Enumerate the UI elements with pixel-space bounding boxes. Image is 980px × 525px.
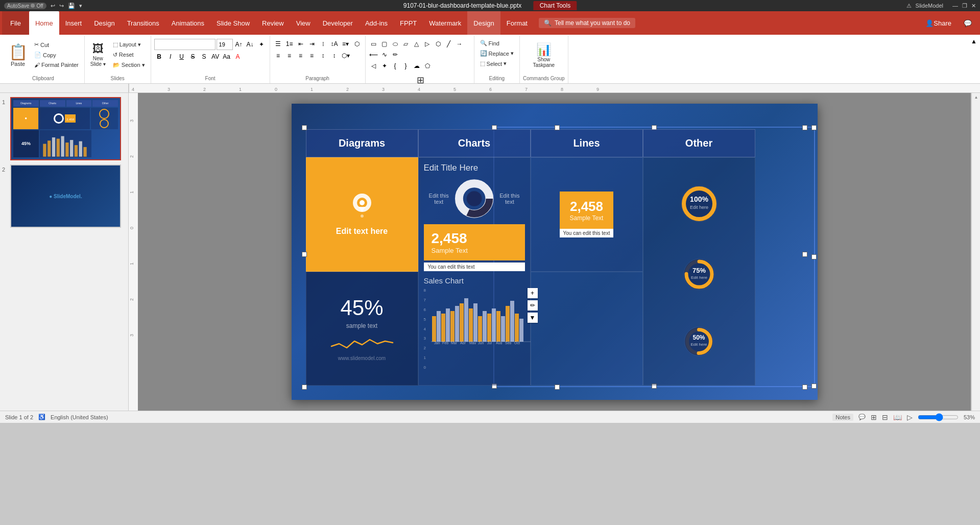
customize-icon[interactable]: ▾ bbox=[79, 3, 82, 9]
charts-stat-box[interactable]: 2,458 Sample Text bbox=[424, 224, 525, 260]
handle-br[interactable] bbox=[811, 384, 817, 389]
charts-cell[interactable]: Edit Title Here Edit this text Edit this… bbox=[418, 157, 531, 386]
accessibility-icon[interactable]: ♿ bbox=[38, 414, 45, 420]
menu-transitions[interactable]: Transitions bbox=[121, 11, 165, 35]
text-shadow-btn[interactable]: ✦ bbox=[256, 39, 267, 50]
paste-btn[interactable]: 📋 Paste bbox=[5, 37, 31, 73]
lines-bottom-cell[interactable] bbox=[531, 272, 643, 386]
copy-btn[interactable]: 📄 Copy bbox=[32, 51, 81, 59]
shape2-btn[interactable]: △ bbox=[412, 39, 422, 49]
menu-slideshow[interactable]: Slide Show bbox=[210, 11, 256, 35]
text-direction-btn[interactable]: ↕A bbox=[329, 39, 340, 49]
shape9-btn[interactable]: ☁ bbox=[412, 61, 422, 71]
new-slide-btn[interactable]: 🖼 New Slide ▾ bbox=[88, 41, 108, 68]
section-btn[interactable]: 📂 Section ▾ bbox=[110, 61, 148, 69]
reading-view-btn[interactable]: 📖 bbox=[893, 413, 902, 421]
text-shadow2-btn[interactable]: S bbox=[199, 52, 209, 62]
increase-indent-btn[interactable]: ⇥ bbox=[307, 39, 317, 49]
notes-btn[interactable]: Notes bbox=[832, 414, 853, 421]
shape4-btn[interactable]: ⬡ bbox=[433, 39, 443, 49]
minimize-btn[interactable]: — bbox=[952, 3, 958, 9]
comments-btn[interactable]: 💬 bbox=[958, 11, 978, 35]
select-btn[interactable]: ⬚ Select ▾ bbox=[477, 59, 516, 68]
slide-thumb-1[interactable]: Diagrams Charts Lines Other ● 2,458 bbox=[10, 97, 121, 160]
font-decrease-btn[interactable]: A↓ bbox=[245, 39, 255, 50]
outer-handle-tm[interactable] bbox=[555, 125, 560, 130]
shape8-btn[interactable]: } bbox=[401, 61, 411, 71]
rect-btn[interactable]: ▭ bbox=[369, 39, 379, 49]
numbering-btn[interactable]: 1≡ bbox=[284, 39, 295, 49]
align-right-btn[interactable]: ≡ bbox=[296, 51, 306, 61]
comments-view-btn[interactable]: 💬 bbox=[858, 414, 866, 420]
menu-watermark[interactable]: Watermark bbox=[423, 11, 467, 35]
cols-btn[interactable]: ⫶ bbox=[318, 39, 328, 49]
italic-btn[interactable]: I bbox=[165, 52, 176, 62]
menu-review[interactable]: Review bbox=[256, 11, 290, 35]
zoom-level[interactable]: 53% bbox=[964, 414, 975, 420]
change-case-btn[interactable]: Aa bbox=[222, 52, 232, 62]
font-name-input[interactable] bbox=[154, 39, 216, 50]
outer-handle-tr[interactable] bbox=[802, 125, 807, 130]
shape7-btn[interactable]: { bbox=[390, 61, 400, 71]
align-left-btn[interactable]: ≡ bbox=[273, 51, 283, 61]
menu-file[interactable]: File bbox=[2, 11, 29, 35]
ribbon-collapse-btn[interactable]: ▲ bbox=[970, 36, 978, 83]
menu-animations[interactable]: Animations bbox=[165, 11, 210, 35]
outer-handle-mr[interactable] bbox=[802, 252, 807, 257]
curve-btn[interactable]: ∿ bbox=[379, 50, 390, 60]
menu-fppt[interactable]: FPPT bbox=[394, 11, 423, 35]
shape1-btn[interactable]: ▱ bbox=[401, 39, 411, 49]
menu-design[interactable]: Design bbox=[88, 11, 121, 35]
format-painter-btn[interactable]: 🖌 Format Painter bbox=[32, 61, 81, 69]
normal-view-btn[interactable]: ⊞ bbox=[871, 413, 877, 421]
menu-view[interactable]: View bbox=[290, 11, 317, 35]
zoom-slider[interactable] bbox=[918, 413, 959, 421]
outer-handle-br[interactable] bbox=[802, 385, 807, 390]
share-btn[interactable]: 👤 Share bbox=[919, 11, 958, 35]
slide-canvas[interactable]: Diagrams Charts Lines Other bbox=[292, 104, 818, 400]
font-size-input[interactable] bbox=[217, 39, 233, 50]
align-center-btn[interactable]: ≡ bbox=[284, 51, 295, 61]
font-increase-btn[interactable]: A↑ bbox=[234, 39, 244, 50]
chart-filter-btn[interactable]: ▼ bbox=[528, 313, 538, 323]
slide-thumb-2[interactable]: ● SlideModel. bbox=[10, 164, 121, 228]
autosave-badge[interactable]: AutoSave Off bbox=[4, 3, 46, 9]
bullets-btn[interactable]: ☰ bbox=[273, 39, 283, 49]
menu-addins[interactable]: Add-ins bbox=[359, 11, 394, 35]
canvas-area[interactable]: Diagrams Charts Lines Other bbox=[138, 93, 971, 411]
cut-btn[interactable]: ✂ Cut bbox=[32, 40, 81, 49]
rounded-rect-btn[interactable]: ▢ bbox=[379, 39, 390, 49]
underline-btn[interactable]: U bbox=[177, 52, 187, 62]
save-icon[interactable]: 💾 bbox=[68, 3, 75, 9]
col-spacing-btn[interactable]: ↕ bbox=[318, 51, 328, 61]
freeform-btn[interactable]: ✏ bbox=[390, 50, 400, 60]
line-btn[interactable]: ╱ bbox=[444, 39, 454, 49]
oval-btn[interactable]: ⬭ bbox=[390, 39, 400, 49]
menu-developer[interactable]: Developer bbox=[317, 11, 359, 35]
shape6-btn[interactable]: ✦ bbox=[379, 61, 390, 71]
show-taskpane-btn[interactable]: 📊 Show Taskpane bbox=[530, 41, 557, 69]
slideshow-btn[interactable]: ▷ bbox=[907, 413, 913, 421]
slide-sorter-btn[interactable]: ⊟ bbox=[882, 413, 888, 421]
diagrams-top-text[interactable]: Edit text here bbox=[336, 227, 388, 236]
menu-format[interactable]: Format bbox=[500, 11, 534, 35]
menu-insert[interactable]: Insert bbox=[59, 11, 88, 35]
close-btn[interactable]: ✕ bbox=[971, 3, 976, 9]
chart-add-btn[interactable]: + bbox=[528, 288, 538, 298]
menu-design2[interactable]: Design bbox=[467, 11, 500, 35]
find-btn[interactable]: 🔍 Find bbox=[477, 39, 516, 47]
shape10-btn[interactable]: ⬠ bbox=[422, 61, 433, 71]
lines-top-cell[interactable]: 2,458 Sample Text You can edit this text bbox=[531, 157, 643, 272]
bold-btn[interactable]: B bbox=[154, 52, 164, 62]
reset-btn[interactable]: ↺ Reset bbox=[110, 51, 148, 59]
replace-btn[interactable]: 🔄 Replace ▾ bbox=[477, 49, 516, 58]
charts-sublabel[interactable]: You can edit this text bbox=[424, 262, 525, 271]
handle-tr[interactable] bbox=[811, 125, 817, 130]
search-bar[interactable]: 🔍 Tell me what you want to do bbox=[539, 18, 635, 28]
restore-btn[interactable]: ❐ bbox=[962, 3, 967, 9]
outer-handle-ml[interactable] bbox=[302, 252, 307, 257]
strikethrough-btn[interactable]: S bbox=[188, 52, 198, 62]
justify-btn[interactable]: ≡ bbox=[307, 51, 317, 61]
decrease-indent-btn[interactable]: ⇤ bbox=[296, 39, 306, 49]
scrollbar-up[interactable]: ▲ bbox=[974, 95, 978, 100]
